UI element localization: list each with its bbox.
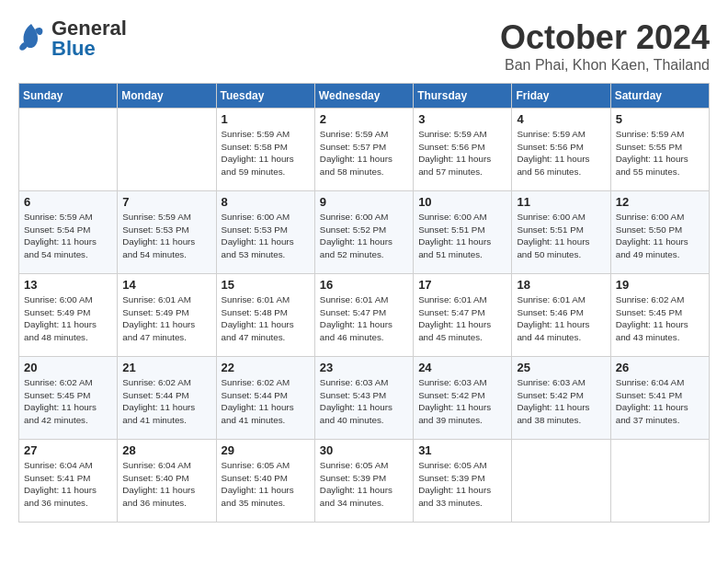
day-number: 19 bbox=[616, 278, 704, 292]
calendar-cell: 16Sunrise: 6:01 AM Sunset: 5:47 PM Dayli… bbox=[314, 274, 413, 357]
title-block: October 2024 Ban Phai, Khon Kaen, Thaila… bbox=[500, 18, 710, 74]
day-number: 26 bbox=[616, 361, 704, 374]
day-number: 11 bbox=[517, 195, 605, 209]
day-info: Sunrise: 6:03 AM Sunset: 5:43 PM Dayligh… bbox=[320, 376, 408, 427]
day-info: Sunrise: 6:00 AM Sunset: 5:52 PM Dayligh… bbox=[320, 211, 408, 261]
weekday-header-cell: Sunday bbox=[19, 84, 118, 109]
day-info: Sunrise: 6:04 AM Sunset: 5:41 PM Dayligh… bbox=[616, 376, 704, 427]
day-info: Sunrise: 5:59 AM Sunset: 5:56 PM Dayligh… bbox=[517, 128, 605, 178]
calendar-cell: 23Sunrise: 6:03 AM Sunset: 5:43 PM Dayli… bbox=[314, 357, 413, 440]
day-number: 23 bbox=[320, 361, 408, 374]
day-info: Sunrise: 5:59 AM Sunset: 5:56 PM Dayligh… bbox=[418, 128, 506, 178]
day-info: Sunrise: 6:04 AM Sunset: 5:40 PM Dayligh… bbox=[122, 459, 210, 510]
calendar-cell bbox=[118, 109, 216, 191]
day-number: 9 bbox=[320, 195, 408, 209]
calendar-cell: 11Sunrise: 6:00 AM Sunset: 5:51 PM Dayli… bbox=[512, 191, 610, 274]
day-number: 10 bbox=[418, 195, 506, 209]
calendar-body: 1Sunrise: 5:59 AM Sunset: 5:58 PM Daylig… bbox=[19, 109, 710, 523]
day-info: Sunrise: 6:02 AM Sunset: 5:44 PM Dayligh… bbox=[222, 376, 310, 427]
day-number: 24 bbox=[418, 361, 506, 374]
day-number: 14 bbox=[122, 278, 210, 292]
day-number: 15 bbox=[222, 278, 310, 292]
weekday-header-cell: Wednesday bbox=[314, 84, 413, 109]
calendar-cell: 30Sunrise: 6:05 AM Sunset: 5:39 PM Dayli… bbox=[314, 440, 413, 523]
calendar-cell: 20Sunrise: 6:02 AM Sunset: 5:45 PM Dayli… bbox=[19, 357, 118, 440]
calendar-cell: 6Sunrise: 5:59 AM Sunset: 5:54 PM Daylig… bbox=[19, 191, 118, 274]
day-info: Sunrise: 6:05 AM Sunset: 5:39 PM Dayligh… bbox=[320, 459, 408, 510]
day-info: Sunrise: 6:00 AM Sunset: 5:51 PM Dayligh… bbox=[517, 211, 605, 261]
calendar-cell: 29Sunrise: 6:05 AM Sunset: 5:40 PM Dayli… bbox=[216, 440, 314, 523]
day-number: 28 bbox=[122, 443, 210, 457]
calendar-week-row: 27Sunrise: 6:04 AM Sunset: 5:41 PM Dayli… bbox=[19, 440, 710, 523]
calendar-cell: 10Sunrise: 6:00 AM Sunset: 5:51 PM Dayli… bbox=[414, 191, 512, 274]
day-info: Sunrise: 5:59 AM Sunset: 5:55 PM Dayligh… bbox=[616, 128, 704, 178]
calendar-cell: 8Sunrise: 6:00 AM Sunset: 5:53 PM Daylig… bbox=[216, 191, 314, 274]
day-number: 3 bbox=[418, 112, 506, 126]
day-info: Sunrise: 6:02 AM Sunset: 5:45 PM Dayligh… bbox=[24, 376, 112, 427]
month-title: October 2024 bbox=[500, 18, 710, 57]
calendar-cell: 1Sunrise: 5:59 AM Sunset: 5:58 PM Daylig… bbox=[216, 109, 314, 191]
calendar-cell: 26Sunrise: 6:04 AM Sunset: 5:41 PM Dayli… bbox=[610, 357, 709, 440]
day-number: 18 bbox=[517, 278, 605, 292]
calendar-week-row: 1Sunrise: 5:59 AM Sunset: 5:58 PM Daylig… bbox=[19, 109, 710, 191]
day-info: Sunrise: 6:00 AM Sunset: 5:50 PM Dayligh… bbox=[616, 211, 704, 261]
day-number: 20 bbox=[24, 361, 112, 374]
day-number: 25 bbox=[517, 361, 605, 374]
logo-bird-icon bbox=[18, 22, 44, 55]
day-number: 29 bbox=[222, 443, 310, 457]
calendar-cell: 13Sunrise: 6:00 AM Sunset: 5:49 PM Dayli… bbox=[19, 274, 118, 357]
day-number: 17 bbox=[418, 278, 506, 292]
calendar-cell: 3Sunrise: 5:59 AM Sunset: 5:56 PM Daylig… bbox=[414, 109, 512, 191]
calendar-week-row: 13Sunrise: 6:00 AM Sunset: 5:49 PM Dayli… bbox=[19, 274, 710, 357]
day-number: 5 bbox=[616, 112, 704, 126]
calendar-week-row: 20Sunrise: 6:02 AM Sunset: 5:45 PM Dayli… bbox=[19, 357, 710, 440]
calendar-cell: 17Sunrise: 6:01 AM Sunset: 5:47 PM Dayli… bbox=[414, 274, 512, 357]
calendar-cell: 21Sunrise: 6:02 AM Sunset: 5:44 PM Dayli… bbox=[118, 357, 216, 440]
calendar-table: SundayMondayTuesdayWednesdayThursdayFrid… bbox=[18, 83, 710, 523]
calendar-cell: 31Sunrise: 6:05 AM Sunset: 5:39 PM Dayli… bbox=[414, 440, 512, 523]
logo-text: General Blue bbox=[51, 18, 127, 59]
day-number: 21 bbox=[122, 361, 210, 374]
day-info: Sunrise: 6:03 AM Sunset: 5:42 PM Dayligh… bbox=[517, 376, 605, 427]
calendar-cell: 27Sunrise: 6:04 AM Sunset: 5:41 PM Dayli… bbox=[19, 440, 118, 523]
day-info: Sunrise: 6:00 AM Sunset: 5:51 PM Dayligh… bbox=[418, 211, 506, 261]
day-info: Sunrise: 6:01 AM Sunset: 5:47 PM Dayligh… bbox=[320, 293, 408, 344]
logo-general-text: General bbox=[51, 18, 127, 39]
day-info: Sunrise: 5:59 AM Sunset: 5:54 PM Dayligh… bbox=[24, 211, 112, 261]
day-info: Sunrise: 6:02 AM Sunset: 5:44 PM Dayligh… bbox=[122, 376, 210, 427]
calendar-cell: 2Sunrise: 5:59 AM Sunset: 5:57 PM Daylig… bbox=[314, 109, 413, 191]
weekday-header-cell: Tuesday bbox=[216, 84, 314, 109]
weekday-header-cell: Thursday bbox=[414, 84, 512, 109]
weekday-header-cell: Friday bbox=[512, 84, 610, 109]
calendar-cell: 5Sunrise: 5:59 AM Sunset: 5:55 PM Daylig… bbox=[610, 109, 709, 191]
calendar-week-row: 6Sunrise: 5:59 AM Sunset: 5:54 PM Daylig… bbox=[19, 191, 710, 274]
calendar-cell: 14Sunrise: 6:01 AM Sunset: 5:49 PM Dayli… bbox=[118, 274, 216, 357]
day-info: Sunrise: 6:02 AM Sunset: 5:45 PM Dayligh… bbox=[616, 293, 704, 344]
day-info: Sunrise: 6:05 AM Sunset: 5:39 PM Dayligh… bbox=[418, 459, 506, 510]
day-number: 31 bbox=[418, 443, 506, 457]
day-number: 4 bbox=[517, 112, 605, 126]
calendar-cell: 7Sunrise: 5:59 AM Sunset: 5:53 PM Daylig… bbox=[118, 191, 216, 274]
day-info: Sunrise: 6:03 AM Sunset: 5:42 PM Dayligh… bbox=[418, 376, 506, 427]
day-info: Sunrise: 6:00 AM Sunset: 5:49 PM Dayligh… bbox=[24, 293, 112, 344]
day-number: 1 bbox=[222, 112, 310, 126]
calendar-cell bbox=[610, 440, 709, 523]
calendar-cell: 18Sunrise: 6:01 AM Sunset: 5:46 PM Dayli… bbox=[512, 274, 610, 357]
calendar-cell: 25Sunrise: 6:03 AM Sunset: 5:42 PM Dayli… bbox=[512, 357, 610, 440]
day-number: 22 bbox=[222, 361, 310, 374]
location-title: Ban Phai, Khon Kaen, Thailand bbox=[500, 57, 710, 74]
day-info: Sunrise: 6:01 AM Sunset: 5:48 PM Dayligh… bbox=[222, 293, 310, 344]
calendar-cell: 22Sunrise: 6:02 AM Sunset: 5:44 PM Dayli… bbox=[216, 357, 314, 440]
logo: General Blue bbox=[18, 18, 127, 59]
day-number: 13 bbox=[24, 278, 112, 292]
calendar-cell bbox=[512, 440, 610, 523]
day-info: Sunrise: 6:00 AM Sunset: 5:53 PM Dayligh… bbox=[222, 211, 310, 261]
day-info: Sunrise: 6:05 AM Sunset: 5:40 PM Dayligh… bbox=[222, 459, 310, 510]
day-info: Sunrise: 6:01 AM Sunset: 5:49 PM Dayligh… bbox=[122, 293, 210, 344]
day-number: 6 bbox=[24, 195, 112, 209]
page-header: General Blue October 2024 Ban Phai, Khon… bbox=[18, 18, 710, 74]
calendar-cell: 24Sunrise: 6:03 AM Sunset: 5:42 PM Dayli… bbox=[414, 357, 512, 440]
day-number: 12 bbox=[616, 195, 704, 209]
day-info: Sunrise: 5:59 AM Sunset: 5:53 PM Dayligh… bbox=[122, 211, 210, 261]
weekday-header-cell: Monday bbox=[118, 84, 216, 109]
